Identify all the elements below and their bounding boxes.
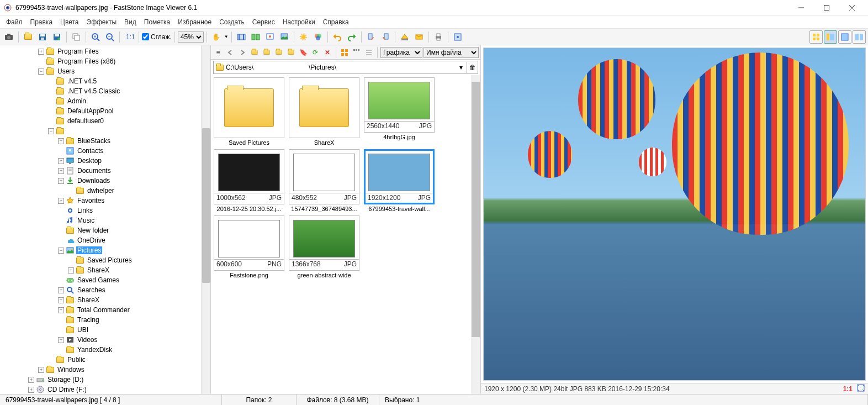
menu-создать[interactable]: Создать [215,17,248,28]
tag-icon[interactable]: 🔖 [298,47,309,58]
acquire-icon[interactable] [2,30,15,44]
tree-node[interactable]: +Total Commander [0,305,210,315]
view-preview-icon[interactable] [824,30,837,44]
tree-node[interactable]: +Storage (D:) [0,375,210,385]
tree-node[interactable]: +BlueStacks [0,136,210,146]
folder-tree[interactable]: +Program FilesProgram Files (x86)−Users.… [0,45,211,394]
actual-size-icon[interactable]: 1:1 [123,30,136,44]
menu-пометка[interactable]: Пометка [140,17,174,28]
menu-вид[interactable]: Вид [120,17,140,28]
view-full-icon[interactable] [838,30,851,44]
trash-icon[interactable]: 🗑 [467,62,478,73]
wallpaper-icon[interactable] [278,30,291,44]
tree-node[interactable]: Program Files (x86) [0,56,210,66]
tree-node[interactable]: UBI [0,325,210,335]
open-icon[interactable] [22,30,35,44]
tree-node[interactable]: Music [0,215,210,225]
zoom-in-icon[interactable] [89,30,102,44]
nav-back-icon[interactable] [225,47,236,58]
tree-node[interactable]: +Videos [0,335,210,345]
tree-node[interactable]: +Documents [0,166,210,176]
tree-node[interactable]: Public [0,355,210,365]
rotate-right-icon[interactable] [379,30,392,44]
compare-icon[interactable] [249,30,262,44]
thumbnail-card[interactable]: 2560x1440JPG4hrIhgG.jpg [363,77,435,146]
save-icon[interactable] [36,30,49,44]
colors-icon[interactable] [311,30,325,44]
menu-сервис[interactable]: Сервис [248,17,279,28]
minimize-button[interactable] [788,0,814,15]
screen-capture-icon[interactable] [263,30,277,44]
tree-node[interactable]: +Favorites [0,196,210,206]
tree-node[interactable]: +Program Files [0,46,210,56]
rotate-left-icon[interactable] [364,30,378,44]
thumbnail-card[interactable]: 1920x1200JPG67999453-travel-wall... [363,149,435,212]
tree-node[interactable]: +CD Drive (F:) [0,385,210,394]
thumbnail-card[interactable]: 1000x562JPG2016-12-25 20.30.52.j... [213,149,285,212]
zoom-select[interactable]: 45% [178,31,204,43]
tree-node[interactable]: +Searches [0,285,210,295]
zoom-out-icon[interactable] [103,30,117,44]
slideshow-icon[interactable] [235,30,248,44]
tree-node[interactable]: +ShareX [0,295,210,305]
fit-icon[interactable] [857,384,865,393]
tree-node[interactable]: DefaultAppPool [0,106,210,116]
path-dropdown-icon[interactable]: ▾ [456,62,467,73]
toggle-tree-icon[interactable]: ≡ [213,47,224,58]
tree-node[interactable]: .NET v4.5 [0,76,210,86]
settings-icon[interactable] [451,30,464,44]
delete-icon[interactable]: ✕ [322,47,333,58]
close-button[interactable] [839,0,865,15]
menu-справка[interactable]: Справка [319,17,353,28]
tree-node[interactable]: Admin [0,96,210,106]
thumbs-scrollbar[interactable] [471,75,480,394]
folder-recent-icon[interactable] [285,47,297,58]
path-bar[interactable]: C:\Users\\Pictures\ ▾ 🗑 [213,61,478,74]
thumbnail-card[interactable]: 600x600PNGFaststone.png [213,215,285,278]
view-list-icon[interactable] [363,47,374,58]
tree-node[interactable]: YandexDisk [0,345,210,355]
tree-node[interactable]: +Windows [0,365,210,375]
tree-node[interactable]: New folder [0,225,210,235]
ratio-label[interactable]: 1:1 [843,385,853,393]
tree-node[interactable]: −Users [0,66,210,76]
redo-icon[interactable] [345,30,358,44]
save-as-icon[interactable] [50,30,63,44]
thumbnail-card[interactable]: Saved Pictures [213,77,285,146]
thumbnail-card[interactable]: 480x552JPG15747739_367489493... [288,149,360,212]
thumbnail-grid[interactable]: Saved PicturesShareX2560x1440JPG4hrIhgG.… [211,75,480,394]
view-small-icon[interactable] [351,47,362,58]
preview-image[interactable] [483,48,866,381]
copy-icon[interactable] [70,30,83,44]
thumbnail-card[interactable]: ShareX [288,77,360,146]
thumbnail-card[interactable]: 1366x768JPGgreen-abstract-wide [288,215,360,278]
print-icon[interactable] [432,30,445,44]
sort-select[interactable]: Имя файла [424,47,479,58]
email-icon[interactable] [412,30,426,44]
tree-node[interactable]: Saved Games [0,275,210,285]
tree-node[interactable]: +ShareX [0,265,210,275]
menu-правка[interactable]: Правка [27,17,57,28]
tree-scrollbar[interactable] [201,45,210,394]
smooth-checkbox[interactable]: Сглаж. [142,33,172,41]
effects-icon[interactable]: ☀️ [297,30,310,44]
tree-node[interactable]: dwhelper [0,186,210,196]
menu-эффекты[interactable]: Эффекты [83,17,121,28]
tree-node[interactable]: Tracing [0,315,210,325]
view-large-icon[interactable] [339,47,350,58]
hand-icon[interactable]: ✋ [210,30,223,44]
menu-настройки[interactable]: Настройки [279,17,319,28]
menu-избранное[interactable]: Избранное [174,17,215,28]
tree-node[interactable]: defaultuser0 [0,116,210,126]
tree-node[interactable]: Saved Pictures [0,255,210,265]
filter-select[interactable]: Графика [380,47,422,58]
tree-node[interactable]: OneDrive [0,235,210,245]
folder-new-icon[interactable] [261,47,272,58]
scanner-icon[interactable] [398,30,411,44]
view-thumbs-icon[interactable] [809,30,823,44]
menu-цвета[interactable]: Цвета [56,17,82,28]
undo-icon[interactable] [331,30,344,44]
folder-fav-icon[interactable] [273,47,284,58]
tree-node[interactable]: − [0,126,210,136]
tree-node[interactable]: +Desktop [0,156,210,166]
